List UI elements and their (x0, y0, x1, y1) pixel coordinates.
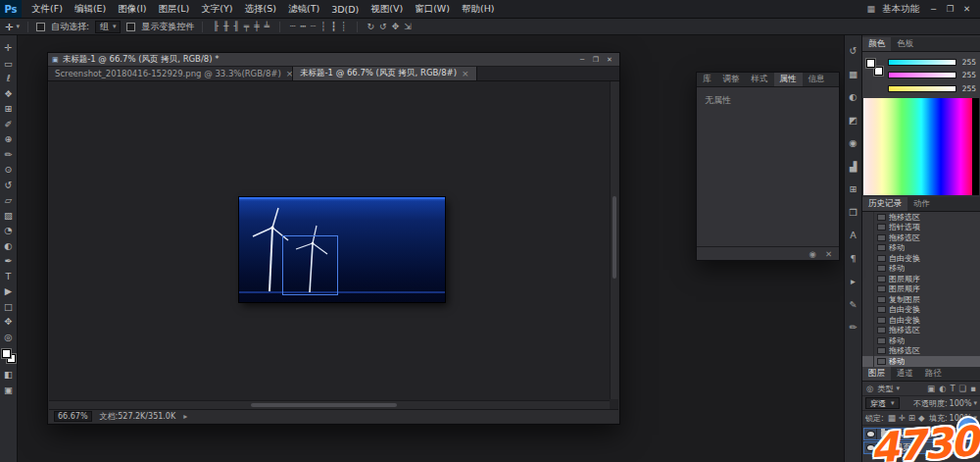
roll-3d-icon[interactable]: ↺ (377, 22, 389, 31)
status-arrow-icon[interactable]: ▸ (183, 412, 187, 421)
workspace-switcher[interactable]: 基本功能 (882, 3, 919, 16)
history-state-row[interactable]: 移动 (862, 264, 980, 275)
panel-tab[interactable]: 图层 (862, 367, 891, 381)
distribute-vertical-centers-icon[interactable]: ┅ (298, 22, 307, 31)
history-source-column[interactable] (862, 294, 874, 305)
restore-button[interactable]: ❐ (943, 4, 957, 14)
history-source-column[interactable] (862, 335, 874, 346)
menu-item[interactable]: 窗口(W) (409, 0, 456, 18)
horizontal-scrollbar[interactable] (49, 400, 610, 409)
gradient-tool[interactable]: ▨ (0, 208, 18, 224)
menu-item[interactable]: 图层(L) (153, 0, 196, 18)
clone-source-panel-icon[interactable]: ❒ (849, 208, 858, 218)
quick-mask-icon[interactable]: ◧ (0, 367, 18, 383)
panel-tab[interactable]: 属性 (774, 73, 803, 86)
navigator-panel-icon[interactable]: ⊞ (850, 184, 858, 194)
panel-tab[interactable]: 颜色 (862, 37, 891, 51)
tool-preset-caret-icon[interactable]: ▾ (16, 23, 20, 30)
panel-tab[interactable]: 动作 (907, 197, 936, 211)
chevron-down-icon[interactable]: ▾ (973, 399, 977, 407)
history-state-row[interactable]: 自由变换 (862, 305, 980, 316)
lock-transparency-icon[interactable]: ▦ (887, 413, 897, 423)
panel-tab[interactable]: 调整 (717, 73, 746, 86)
menu-item[interactable]: 帮助(H) (456, 0, 501, 18)
color-spectrum[interactable] (863, 98, 979, 195)
history-state-row[interactable]: 拖移选区 (862, 326, 980, 336)
document-tab-screenshot[interactable]: Screenshot_20180416-152929.png @ 33.3%(R… (48, 67, 293, 80)
dodge-tool[interactable]: ◐ (0, 238, 18, 254)
timeline-panel-icon[interactable]: ▸ (851, 277, 856, 286)
adjustments-panel-icon[interactable]: ◐ (849, 92, 857, 102)
foreground-color-swatch[interactable] (2, 349, 11, 358)
rotate-3d-icon[interactable]: ↻ (366, 22, 377, 31)
history-state-row[interactable]: 移动 (862, 243, 980, 254)
history-source-column[interactable] (862, 253, 874, 264)
zoom-level-field[interactable]: 66.67% (54, 411, 92, 422)
menu-item[interactable]: 滤镜(T) (282, 0, 325, 18)
channel-value[interactable]: 255 (960, 84, 976, 93)
histogram-panel-icon[interactable]: ▟ (850, 162, 857, 172)
history-source-column[interactable] (862, 212, 874, 223)
menu-item[interactable]: 3D(D) (325, 0, 365, 18)
show-transform-checkbox[interactable] (126, 23, 135, 31)
brush-tool[interactable]: ✏ (0, 147, 18, 163)
menu-item[interactable]: 视图(V) (365, 0, 409, 18)
rect-marquee-tool[interactable]: ▭ (0, 56, 18, 72)
document-titlebar[interactable]: ▣ 未标题-1 @ 66.7% (风页 拷贝, RGB/8) * ─❐✕ (48, 53, 619, 67)
history-source-column[interactable] (862, 356, 874, 367)
history-source-column[interactable] (862, 326, 874, 336)
history-state-row[interactable]: 拖移选区 (862, 232, 980, 243)
history-state-row[interactable]: 复制图层 (862, 294, 980, 305)
align-top-edges-icon[interactable]: ╤ (242, 22, 251, 31)
channel-slider[interactable] (888, 72, 956, 78)
crop-tool[interactable]: ⊞ (0, 101, 18, 117)
filter-pixel-layers-icon[interactable]: ▣ (926, 384, 936, 393)
doc-close-button[interactable]: ✕ (604, 56, 615, 64)
panel-tab[interactable]: 历史记录 (862, 197, 907, 211)
history-source-column[interactable] (862, 305, 874, 316)
history-source-column[interactable] (862, 223, 874, 233)
menu-item[interactable]: 文字(Y) (195, 0, 238, 18)
history-state-row[interactable]: 指针选项 (862, 223, 980, 233)
scale-3d-icon[interactable]: ⇲ (402, 22, 414, 31)
eyedropper-tool[interactable]: ✐ (0, 117, 18, 132)
eraser-tool[interactable]: ▱ (0, 192, 18, 208)
history-source-column[interactable] (862, 243, 874, 254)
vertical-scrollbar[interactable] (610, 81, 618, 399)
fg-bg-swatches[interactable] (866, 59, 883, 76)
menu-item[interactable]: 图像(I) (112, 0, 152, 18)
artwork-image[interactable] (239, 197, 445, 302)
distribute-top-icon[interactable]: ┄ (288, 22, 297, 31)
move-tool[interactable]: ✛ (0, 40, 18, 56)
doc-restore-button[interactable]: ❐ (590, 56, 602, 64)
hand-tool[interactable]: ✥ (0, 314, 18, 330)
blur-tool[interactable]: ◔ (0, 223, 18, 238)
tab-close-icon[interactable]: × (462, 69, 469, 78)
auto-select-checkbox[interactable] (36, 23, 45, 31)
align-left-edges-icon[interactable]: ╟ (211, 22, 220, 31)
path-selection-tool[interactable]: ▶ (0, 283, 18, 299)
quick-selection-tool[interactable]: ❖ (0, 86, 18, 102)
distribute-right-icon[interactable]: ┊ (339, 22, 348, 31)
screen-mode-icon[interactable]: ▣ (0, 383, 18, 398)
filter-type-layers-icon[interactable]: T (949, 384, 956, 393)
align-horizontal-centers-icon[interactable]: ╫ (221, 22, 230, 31)
doc-minimize-button[interactable]: ─ (576, 56, 588, 64)
brush-panel-icon[interactable]: ✏ (850, 323, 858, 333)
history-state-row[interactable]: 移动 (862, 356, 980, 367)
minimize-button[interactable]: ─ (926, 4, 941, 14)
pan-3d-icon[interactable]: ✥ (390, 22, 402, 31)
history-state-row[interactable]: 拖移选区 (862, 212, 980, 223)
history-state-row[interactable]: 移动 (862, 335, 980, 346)
type-tool[interactable]: T (0, 269, 18, 284)
history-source-column[interactable] (862, 264, 874, 275)
lasso-tool[interactable]: ℓ (0, 71, 18, 86)
align-bottom-edges-icon[interactable]: ╧ (263, 22, 271, 31)
history-state-row[interactable]: 自由变换 (862, 253, 980, 264)
tab-close-icon[interactable]: × (286, 69, 293, 78)
info-panel-icon[interactable]: ◉ (849, 138, 857, 148)
zoom-tool[interactable]: ◎ (0, 330, 18, 345)
distribute-horizontal-centers-icon[interactable]: ┇ (329, 22, 338, 31)
filter-adjustment-layers-icon[interactable]: ◐ (938, 384, 947, 393)
panel-tab[interactable]: 样式 (746, 73, 774, 86)
